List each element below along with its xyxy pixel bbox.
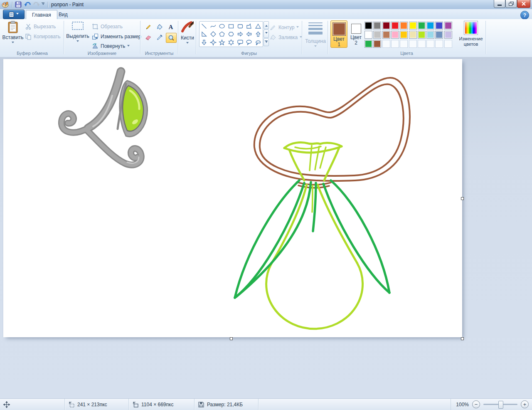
shape-star-4[interactable] [209,39,217,46]
zoom-out-button[interactable] [472,400,480,408]
palette-color[interactable] [365,31,372,39]
crop-icon [92,23,99,30]
palette-color[interactable] [391,22,399,30]
color-palette [365,22,453,48]
file-size-value: Размер: 21,4КБ [207,402,243,408]
size-button[interactable]: Толщина [304,22,327,48]
save-icon[interactable] [15,1,22,8]
restore-button[interactable] [505,0,517,8]
palette-color[interactable] [426,31,434,39]
shape-rounded-rectangle[interactable] [236,22,244,30]
qat-customize-icon[interactable] [42,2,44,6]
pencil-tool[interactable] [143,22,154,32]
shape-arrow-left[interactable] [245,30,253,38]
shape-polygon[interactable] [245,22,253,30]
tab-view[interactable]: Вид [53,10,74,19]
palette-color[interactable] [444,31,452,39]
cut-button[interactable]: Вырезать [25,22,56,31]
copy-button[interactable]: Копировать [25,32,61,41]
palette-color[interactable] [382,31,390,39]
magnifier-tool[interactable] [166,33,177,43]
qat-separator-2 [48,2,48,7]
eraser-tool[interactable] [143,32,154,42]
shapes-expand[interactable] [264,38,269,46]
shape-arrow-down[interactable] [200,39,208,46]
palette-color[interactable] [365,22,372,30]
canvas-resize-handle-bottom[interactable] [230,337,233,340]
close-button[interactable] [517,0,530,8]
shape-callout-cloud[interactable] [254,39,262,46]
palette-color[interactable] [382,22,390,30]
palette-color[interactable] [426,22,434,30]
resize-button[interactable]: Изменить размер [92,32,141,41]
shapes-scroll-up[interactable] [264,21,269,29]
palette-empty-slot[interactable] [444,40,452,48]
brushes-button[interactable]: Кисти [180,21,195,45]
shape-arrow-right[interactable] [236,30,244,38]
select-button[interactable]: Выделить [66,21,89,43]
shape-callout-oval[interactable] [245,39,253,46]
canvas[interactable] [3,59,462,337]
shape-ellipse[interactable] [218,22,226,30]
palette-color[interactable] [373,22,381,30]
edit-colors-button[interactable]: Изменение цветов [458,21,484,47]
shape-curve[interactable] [209,22,217,30]
brushes-arrow-icon [186,42,189,45]
zoom-slider-thumb[interactable] [498,401,503,409]
zoom-slider-track[interactable] [483,404,517,405]
text-tool[interactable]: A [165,22,176,32]
palette-color[interactable] [400,31,408,39]
undo-icon[interactable] [24,1,31,8]
shape-pentagon[interactable] [218,30,226,38]
shape-diamond[interactable] [209,30,217,38]
shape-hexagon[interactable] [227,30,235,38]
palette-color[interactable] [444,22,452,30]
canvas-resize-handle-right[interactable] [461,197,464,200]
canvas-resize-handle-corner[interactable] [461,337,464,340]
fill-tool[interactable] [154,22,165,32]
palette-empty-slot[interactable] [435,40,443,48]
palette-color[interactable] [400,22,408,30]
palette-color[interactable] [373,31,381,39]
minimize-button[interactable] [494,0,505,8]
shape-line[interactable] [200,22,208,30]
rotate-button[interactable]: Повернуть [92,42,130,50]
help-button[interactable] [520,11,529,20]
palette-empty-slot[interactable] [391,40,399,48]
file-menu-button[interactable] [3,10,25,19]
shape-arrow-up[interactable] [254,30,262,38]
shape-star-6[interactable] [227,39,235,46]
redo-icon[interactable] [33,1,40,8]
palette-color[interactable] [435,22,443,30]
palette-color[interactable] [409,22,417,30]
paste-button[interactable]: Вставить [4,21,22,44]
palette-empty-slot[interactable] [382,40,390,48]
palette-empty-slot[interactable] [409,40,417,48]
shape-triangle[interactable] [254,22,262,30]
palette-empty-slot[interactable] [400,40,408,48]
palette-color[interactable] [418,31,426,39]
clipboard-icon [7,21,18,33]
palette-empty-slot[interactable] [418,40,426,48]
palette-color[interactable] [391,31,399,39]
color-picker-tool[interactable] [154,32,165,42]
palette-color[interactable] [365,40,372,48]
palette-color[interactable] [435,31,443,39]
color2-button[interactable]: Цвет 2 [349,20,363,48]
shape-star-5[interactable] [218,39,226,46]
palette-color[interactable] [373,40,381,48]
money-bag-drawing [235,78,410,329]
crop-button[interactable]: Обрезать [92,22,123,31]
shape-callout-rounded[interactable] [236,39,244,46]
eraser-icon [145,34,152,41]
shapes-scroll-down[interactable] [264,30,269,37]
outline-button[interactable]: Контур [270,23,299,32]
palette-color[interactable] [418,22,426,30]
palette-color[interactable] [409,31,417,39]
shape-rectangle[interactable] [227,22,235,30]
zoom-in-button[interactable] [521,400,529,408]
color1-button[interactable]: Цвет 1 [330,20,347,48]
shape-fill-button[interactable]: Заливка [270,33,302,42]
shape-right-triangle[interactable] [200,30,208,38]
palette-empty-slot[interactable] [426,40,434,48]
